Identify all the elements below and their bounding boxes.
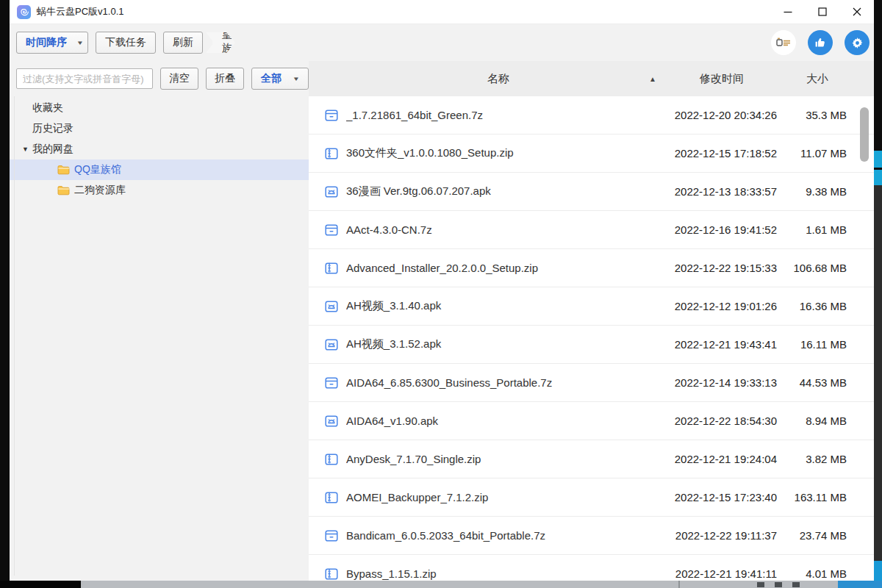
- minimize-button[interactable]: [770, 0, 805, 24]
- collapse-button[interactable]: 折叠: [206, 68, 244, 90]
- app-logo-icon: [17, 5, 31, 19]
- window-controls: [770, 0, 874, 24]
- maximize-button[interactable]: [805, 0, 839, 24]
- table-body: _1.7.21861_64bit_Green.7z2022-12-20 20:3…: [309, 96, 874, 581]
- background-window-accent: [874, 170, 882, 185]
- apk-file-icon: [324, 414, 339, 429]
- sidebar-item-我的网盘[interactable]: ▼我的网盘: [10, 139, 309, 159]
- sort-order-dropdown[interactable]: 时间降序 ▼: [16, 32, 88, 54]
- left-panel: 清空 折叠 全部 ▼ 收藏夹历史记录▼我的网盘QQ皇族馆二狗资源库: [10, 61, 309, 581]
- sidebar-item-label: 历史记录: [32, 122, 74, 135]
- table-row[interactable]: Bypass_1.15.1.zip2022-12-21 19:41:114.01…: [309, 555, 874, 581]
- table-row[interactable]: 360文件夹_v1.0.0.1080_Setup.zip2022-12-15 1…: [309, 135, 874, 173]
- sidebar-item-收藏夹[interactable]: 收藏夹: [10, 98, 309, 118]
- file-modified-time: 2022-12-21 19:43:41: [667, 338, 777, 351]
- refresh-button[interactable]: 刷新: [163, 32, 203, 54]
- table-row[interactable]: AnyDesk_7.1.70_Single.zip2022-12-21 19:2…: [309, 440, 874, 478]
- app-window: 蜗牛云盘PC版v1.0.1 时间降序 ▼ 下载任务 刷新 我的网盘QQ皇族馆: [10, 0, 874, 581]
- sidebar-item-label: 二狗资源库: [74, 184, 126, 197]
- expand-triangle-icon[interactable]: ▼: [22, 146, 32, 153]
- file-size: 44.53 MB: [777, 376, 874, 389]
- file-size: 106.68 MB: [777, 262, 874, 274]
- chevron-down-icon: ▼: [76, 40, 84, 46]
- table-row[interactable]: _1.7.21861_64bit_Green.7z2022-12-20 20:3…: [309, 96, 874, 135]
- file-name: AH视频_3.1.40.apk: [346, 299, 667, 313]
- file-modified-time: 2022-12-22 18:54:30: [667, 415, 777, 427]
- background-window-edge: [874, 185, 882, 561]
- clear-filter-button[interactable]: 清空: [160, 68, 198, 90]
- thumbs-up-icon: [814, 36, 827, 49]
- file-name: Bandicam_6.0.5.2033_64bit_Portable.7z: [346, 529, 667, 542]
- sidebar-item-label: QQ皇族馆: [74, 163, 121, 176]
- file-modified-time: 2022-12-22 19:11:37: [667, 529, 777, 542]
- sidebar-item-历史记录[interactable]: 历史记录: [10, 118, 309, 139]
- table-row[interactable]: Advanced_Installer_20.2.0.0_Setup.zip202…: [309, 249, 874, 287]
- file-size: 163.11 MB: [777, 491, 874, 503]
- folder-icon: [57, 165, 70, 175]
- file-size: 9.38 MB: [777, 185, 874, 198]
- file-modified-time: 2022-12-20 20:34:26: [667, 109, 777, 121]
- zip-file-icon: [324, 490, 339, 505]
- file-modified-time: 2022-12-16 19:41:52: [667, 223, 777, 236]
- background-window-accent: [874, 151, 882, 168]
- scrollbar-thumb[interactable]: [860, 107, 869, 162]
- download-tasks-button[interactable]: 下载任务: [96, 32, 156, 54]
- folder-icon: [57, 185, 70, 196]
- file-modified-time: 2022-12-15 17:18:52: [667, 147, 777, 159]
- file-modified-time: 2022-12-21 19:24:04: [667, 453, 777, 465]
- type-filter-dropdown[interactable]: 全部 ▼: [251, 68, 309, 90]
- window-title: 蜗牛云盘PC版v1.0.1: [37, 5, 123, 18]
- zip-file-icon: [324, 261, 339, 276]
- file-modified-time: 2022-12-22 19:15:33: [667, 262, 777, 274]
- file-size: 23.74 MB: [777, 529, 874, 542]
- table-row[interactable]: AAct-4.3.0-CN.7z2022-12-16 19:41:521.61 …: [309, 211, 874, 249]
- table-row[interactable]: AIDA64_6.85.6300_Business_Portable.7z202…: [309, 364, 874, 402]
- table-header: 名称 ▲ 修改时间 大小: [309, 61, 874, 96]
- toolbar: 时间降序 ▼ 下载任务 刷新 我的网盘QQ皇族馆: [10, 24, 874, 61]
- filter-input[interactable]: [16, 68, 153, 89]
- tree-panel-border: [14, 96, 15, 576]
- table-row[interactable]: 36漫画 Ver.9tg.06.07.207.apk2022-12-13 18:…: [309, 173, 874, 211]
- file-name: Bypass_1.15.1.zip: [346, 567, 667, 580]
- column-header-name[interactable]: 名称: [487, 72, 509, 86]
- column-header-size[interactable]: 大小: [806, 72, 828, 86]
- desktop-background-right: [874, 0, 882, 588]
- 7z-file-icon: [324, 528, 339, 543]
- background-divider: [678, 581, 680, 588]
- file-size: 4.01 MB: [777, 567, 874, 580]
- table-row[interactable]: Bandicam_6.0.5.2033_64bit_Portable.7z202…: [309, 517, 874, 555]
- file-name: _1.7.21861_64bit_Green.7z: [346, 109, 667, 121]
- file-name: AAct-4.3.0-CN.7z: [346, 223, 667, 236]
- like-button[interactable]: [808, 30, 833, 55]
- table-row[interactable]: AH视频_3.1.52.apk2022-12-21 19:43:4116.11 …: [309, 326, 874, 364]
- 7z-file-icon: [324, 108, 339, 123]
- zip-file-icon: [324, 146, 339, 161]
- file-modified-time: 2022-12-12 19:01:26: [667, 300, 777, 312]
- background-strip: [0, 581, 81, 588]
- breadcrumb-label: QQ皇族馆: [206, 32, 235, 53]
- background-taskbar-marks: [757, 582, 806, 587]
- settings-button[interactable]: [845, 30, 870, 55]
- desktop-background-bottom: [0, 581, 882, 588]
- site-logo-avatar[interactable]: [771, 30, 796, 55]
- file-name: AnyDesk_7.1.70_Single.zip: [346, 453, 667, 465]
- sort-ascending-icon[interactable]: ▲: [649, 75, 656, 83]
- main-body: 清空 折叠 全部 ▼ 收藏夹历史记录▼我的网盘QQ皇族馆二狗资源库 名称 ▲ 修…: [10, 61, 874, 581]
- file-modified-time: 2022-12-13 18:33:57: [667, 185, 777, 198]
- column-header-modified[interactable]: 修改时间: [700, 72, 744, 86]
- 7z-file-icon: [324, 376, 339, 390]
- close-button[interactable]: [839, 0, 874, 24]
- apk-file-icon: [324, 337, 339, 352]
- file-size: 1.61 MB: [777, 223, 874, 236]
- sidebar-item-二狗资源库[interactable]: 二狗资源库: [10, 180, 309, 201]
- sort-order-label: 时间降序: [26, 36, 67, 49]
- table-row[interactable]: AOMEI_Backupper_7.1.2.zip2022-12-15 17:2…: [309, 478, 874, 517]
- apk-file-icon: [324, 299, 339, 314]
- filter-toolbar: 清空 折叠 全部 ▼: [10, 61, 309, 96]
- file-name: 36漫画 Ver.9tg.06.07.207.apk: [346, 184, 667, 198]
- table-row[interactable]: AIDA64_v1.90.apk2022-12-22 18:54:308.94 …: [309, 402, 874, 440]
- file-modified-time: 2022-12-14 19:33:13: [667, 376, 777, 389]
- file-name: AH视频_3.1.52.apk: [346, 337, 667, 351]
- table-row[interactable]: AH视频_3.1.40.apk2022-12-12 19:01:2616.36 …: [309, 287, 874, 326]
- sidebar-item-QQ皇族馆[interactable]: QQ皇族馆: [10, 159, 309, 180]
